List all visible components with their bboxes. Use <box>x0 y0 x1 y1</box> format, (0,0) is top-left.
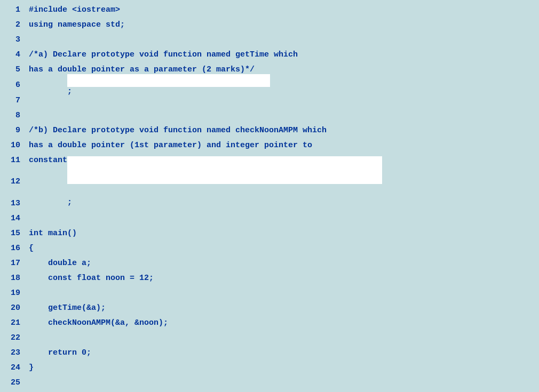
line-number-5: 5 <box>0 65 27 74</box>
line-content-17: double a; <box>27 259 539 268</box>
code-line-6: 6 ; <box>0 77 539 93</box>
line-number-2: 2 <box>0 20 27 29</box>
code-line-12: 12 ; <box>0 168 539 196</box>
input-line12[interactable] <box>67 156 382 184</box>
line-number-25: 25 <box>0 378 27 387</box>
code-line-17: 17 double a; <box>0 255 539 270</box>
code-line-18: 18 const float noon = 12; <box>0 270 539 285</box>
line-content-9: /*b) Declare prototype void function nam… <box>27 126 539 135</box>
code-line-21: 21 checkNoonAMPM(&a, &noon); <box>0 315 539 330</box>
line-content-4: /*a) Declare prototype void function nam… <box>27 50 539 59</box>
code-line-8: 8 <box>0 108 539 123</box>
line-number-24: 24 <box>0 363 27 372</box>
code-line-3: 3 <box>0 32 539 47</box>
code-line-7: 7 <box>0 93 539 108</box>
line-content-23: return 0; <box>27 348 539 357</box>
line-number-17: 17 <box>0 259 27 268</box>
code-line-19: 19 <box>0 285 539 300</box>
line-number-4: 4 <box>0 50 27 59</box>
code-line-4: 4 /*a) Declare prototype void function n… <box>0 47 539 62</box>
code-line-13: 13 <box>0 196 539 211</box>
line-content-18: const float noon = 12; <box>27 274 539 283</box>
line-content-1: #include <iostream> <box>27 5 539 14</box>
line-number-12: 12 <box>0 177 27 186</box>
code-line-1: 1 #include <iostream> <box>0 2 539 17</box>
line-number-6: 6 <box>0 81 27 90</box>
line-number-7: 7 <box>0 96 27 105</box>
code-line-25: 25 <box>0 375 539 390</box>
code-line-23: 23 return 0; <box>0 345 539 360</box>
line-number-14: 14 <box>0 214 27 223</box>
code-editor: 1 #include <iostream> 2 using namespace … <box>0 0 539 392</box>
line-content-16: { <box>27 244 539 253</box>
line-number-16: 16 <box>0 244 27 253</box>
line-number-20: 20 <box>0 303 27 313</box>
code-line-24: 24 } <box>0 360 539 375</box>
line-content-20: getTime(&a); <box>27 303 539 313</box>
line-number-19: 19 <box>0 289 27 298</box>
input-line6[interactable] <box>67 74 270 87</box>
line-number-11: 11 <box>0 156 27 165</box>
code-line-16: 16 { <box>0 241 539 255</box>
code-line-20: 20 getTime(&a); <box>0 300 539 315</box>
line-number-15: 15 <box>0 229 27 238</box>
line-number-10: 10 <box>0 141 27 150</box>
line-content-2: using namespace std; <box>27 20 539 29</box>
line-number-9: 9 <box>0 126 27 135</box>
line-number-8: 8 <box>0 111 27 120</box>
line-content-24: } <box>27 363 539 372</box>
line-content-21: checkNoonAMPM(&a, &noon); <box>27 318 539 327</box>
line-number-1: 1 <box>0 5 27 14</box>
code-line-14: 14 <box>0 211 539 226</box>
code-line-15: 15 int main() <box>0 226 539 241</box>
code-line-22: 22 <box>0 330 539 345</box>
line-number-13: 13 <box>0 199 27 208</box>
code-line-9: 9 /*b) Declare prototype void function n… <box>0 123 539 138</box>
line-number-3: 3 <box>0 35 27 44</box>
line-number-22: 22 <box>0 333 27 342</box>
code-content: 1 #include <iostream> 2 using namespace … <box>0 0 539 392</box>
line-content-15: int main() <box>27 229 539 238</box>
line-number-23: 23 <box>0 348 27 357</box>
code-line-2: 2 using namespace std; <box>0 17 539 32</box>
line-number-18: 18 <box>0 274 27 283</box>
line-number-21: 21 <box>0 318 27 327</box>
